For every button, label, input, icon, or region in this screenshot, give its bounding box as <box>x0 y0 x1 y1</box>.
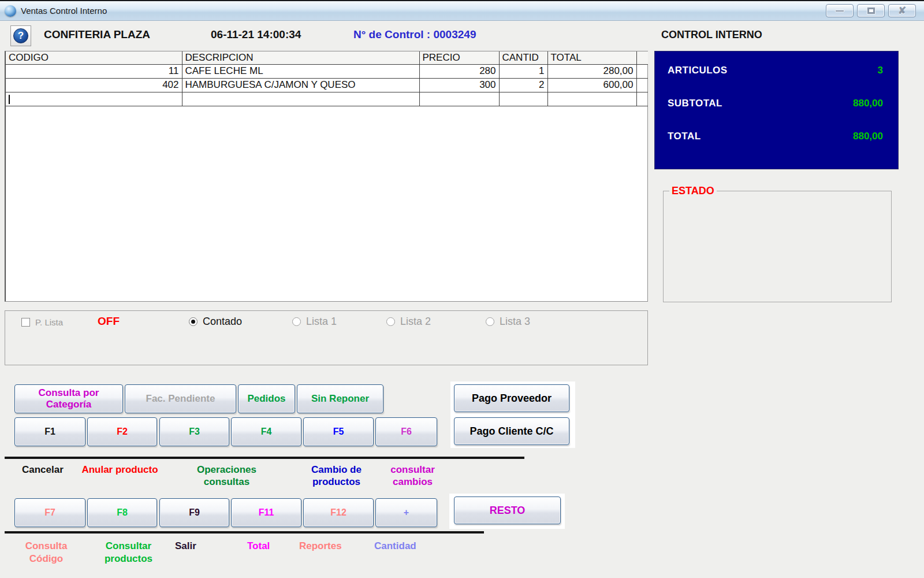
summary-panel: ARTICULOS 3 SUBTOTAL 880,00 TOTAL 880,00 <box>654 51 899 169</box>
pedidos-button[interactable]: Pedidos <box>238 384 295 413</box>
price-list-panel: P. Lista OFF Contado Lista 1 Lista 2 Lis… <box>5 310 648 365</box>
radio-lista-2: Lista 2 <box>386 316 431 328</box>
col-cantid: CANTID <box>499 51 547 64</box>
f11-button[interactable]: F11 <box>231 498 301 527</box>
cambio-de-productos-label: Cambio de productos <box>297 464 375 488</box>
consulta-por-categoria-button[interactable]: Consulta por Categoría <box>14 384 123 413</box>
f9-button[interactable]: F9 <box>159 498 229 527</box>
window-title: Ventas Control Interno <box>21 6 107 16</box>
fac-pendiente-button: Fac. Pendiente <box>125 384 236 413</box>
articulos-value: 3 <box>878 65 883 76</box>
minimize-icon <box>835 10 844 12</box>
radio-icon <box>386 317 395 326</box>
consultar-productos-label: Consultar productos <box>92 540 165 565</box>
divider-line <box>5 457 524 459</box>
p-lista-label: P. Lista <box>35 317 63 327</box>
radio-icon <box>292 317 301 326</box>
maximize-button[interactable] <box>857 4 885 17</box>
entry-row[interactable] <box>6 92 648 106</box>
page-title: CONTROL INTERNO <box>661 29 762 41</box>
radio-icon <box>486 317 494 326</box>
p-lista-status: OFF <box>98 315 120 328</box>
radio-lista-3: Lista 3 <box>486 316 530 328</box>
f1-button[interactable]: F1 <box>14 417 85 446</box>
codigo-entry-cell[interactable] <box>6 92 182 106</box>
col-codigo: CODIGO <box>6 51 182 64</box>
f5-button[interactable]: F5 <box>303 417 374 446</box>
subtotal-value: 880,00 <box>853 98 883 109</box>
f7-button[interactable]: F7 <box>14 498 85 527</box>
reportes-label: Reportes <box>299 540 342 553</box>
f3-button[interactable]: F3 <box>159 417 229 446</box>
consultar-cambios-label: consultar cambios <box>377 464 449 488</box>
consulta-codigo-label: Consulta Código <box>14 540 78 565</box>
app-icon <box>5 5 16 17</box>
total-value: 880,00 <box>853 131 883 142</box>
col-extra <box>636 51 648 64</box>
pago-cliente-cc-button[interactable]: Pago Cliente C/C <box>454 417 569 445</box>
help-icon: ? <box>13 28 28 43</box>
p-lista-checkbox <box>21 318 30 327</box>
estado-groupbox: ESTADO <box>663 185 892 302</box>
cantidad-label: Cantidad <box>374 540 416 553</box>
f8-button[interactable]: F8 <box>87 498 157 527</box>
text-caret <box>9 95 10 104</box>
subtotal-label: SUBTOTAL <box>668 98 722 109</box>
salir-label: Salir <box>175 540 196 553</box>
cancelar-label: Cancelar <box>22 464 64 476</box>
anular-producto-label: Anular producto <box>81 464 159 476</box>
store-name: CONFITERIA PLAZA <box>44 28 150 41</box>
radio-lista-1: Lista 1 <box>292 316 337 328</box>
help-button[interactable]: ? <box>10 25 31 46</box>
f4-button[interactable]: F4 <box>231 417 301 446</box>
col-precio: PRECIO <box>419 51 499 64</box>
total-label-bottom: Total <box>247 540 270 553</box>
items-table: CODIGO DESCRIPCION PRECIO CANTID TOTAL 1… <box>5 51 648 302</box>
f6-button[interactable]: F6 <box>375 417 437 446</box>
divider-line <box>5 531 484 533</box>
estado-label: ESTADO <box>669 185 717 197</box>
radio-icon <box>189 317 198 326</box>
col-descripcion: DESCRIPCION <box>182 51 419 64</box>
resto-button[interactable]: RESTO <box>454 497 561 524</box>
col-total: TOTAL <box>547 51 636 64</box>
sin-reponer-button[interactable]: Sin Reponer <box>297 384 383 413</box>
table-row[interactable]: 11 CAFE LECHE ML 280 1 280,00 <box>6 64 648 78</box>
table-header-row: CODIGO DESCRIPCION PRECIO CANTID TOTAL <box>6 51 648 64</box>
close-icon: ✘ <box>898 6 906 16</box>
titlebar: Ventas Control Interno ✘ <box>0 0 924 21</box>
table-row[interactable]: 402 HAMBURGUESA C/JAMON Y QUESO 300 2 60… <box>6 78 648 92</box>
articulos-label: ARTICULOS <box>668 65 728 76</box>
minimize-button[interactable] <box>826 4 854 17</box>
close-button[interactable]: ✘ <box>888 4 916 17</box>
radio-contado[interactable]: Contado <box>189 316 242 328</box>
f2-button[interactable]: F2 <box>87 417 157 446</box>
f12-button[interactable]: F12 <box>303 498 374 527</box>
pago-proveedor-button[interactable]: Pago Proveedor <box>454 384 569 412</box>
datetime: 06-11-21 14:00:34 <box>211 28 301 41</box>
maximize-icon <box>867 8 875 14</box>
total-label: TOTAL <box>668 131 701 142</box>
operaciones-consultas-label: Operaciones consultas <box>173 464 280 488</box>
control-number: N° de Control : 0003249 <box>353 28 476 41</box>
plus-button[interactable]: + <box>375 498 437 527</box>
